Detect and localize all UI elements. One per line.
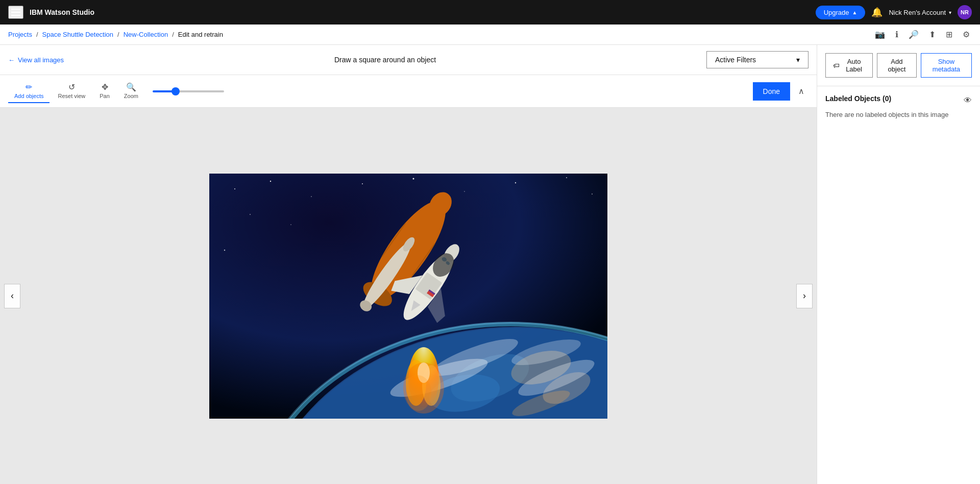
done-button[interactable]: Done (753, 82, 790, 101)
top-nav-left: IBM Watson Studio (8, 6, 94, 19)
shuttle-image (209, 174, 607, 419)
svg-point-6 (464, 191, 465, 192)
view-all-label: View all images (18, 56, 64, 64)
reset-view-tool[interactable]: ↺ Reset view (52, 79, 91, 103)
tools-area: ✏ Add objects ↺ Reset view ✥ Pan 🔍 Zoom (8, 79, 224, 103)
zoom-label: Zoom (124, 93, 138, 99)
add-objects-tool[interactable]: ✏ Add objects (8, 79, 50, 103)
svg-point-1 (234, 188, 235, 189)
add-objects-label: Add objects (14, 93, 43, 99)
zoom-tool[interactable]: 🔍 Zoom (118, 79, 144, 103)
image-header: ← View all images Draw a square around a… (0, 45, 817, 75)
view-all-link[interactable]: ← View all images (8, 56, 64, 64)
zoom-slider-container (153, 90, 224, 92)
svg-point-3 (311, 196, 312, 197)
chevron-down-icon: ▾ (949, 10, 951, 15)
labeled-objects-title: Labeled Objects (0) (825, 94, 891, 103)
upload-icon[interactable]: ⬆ (927, 28, 938, 41)
svg-point-7 (515, 182, 516, 183)
collapse-button[interactable]: ∧ (794, 84, 808, 98)
canvas-area: ‹ (0, 108, 817, 484)
svg-point-10 (250, 214, 251, 215)
breadcrumb-shuttle-detection[interactable]: Space Shuttle Detection (42, 31, 113, 38)
account-selector[interactable]: Nick Ren's Account ▾ (889, 9, 951, 16)
auto-label-icon: 🏷 (833, 62, 840, 69)
active-filters-label: Active Filters (715, 56, 756, 64)
active-filters-button[interactable]: Active Filters ▾ (706, 51, 808, 68)
account-label: Nick Ren's Account (889, 9, 946, 16)
filter-chevron-icon: ▾ (796, 56, 800, 64)
auto-label-button[interactable]: 🏷 Auto Label (825, 53, 873, 78)
app-title: IBM Watson Studio (30, 8, 94, 16)
breadcrumb-new-collection[interactable]: New-Collection (124, 31, 168, 38)
main-layout: ← View all images Draw a square around a… (0, 45, 980, 484)
tool-group: ✏ Add objects ↺ Reset view ✥ Pan 🔍 Zoom (8, 79, 144, 103)
toolbar: ✏ Add objects ↺ Reset view ✥ Pan 🔍 Zoom (0, 75, 817, 108)
search-icon[interactable]: 🔎 (906, 28, 921, 41)
show-metadata-button[interactable]: Show metadata (921, 53, 972, 78)
settings-icon[interactable]: ⚙ (961, 28, 972, 41)
breadcrumb: Projects / Space Shuttle Detection / New… (8, 31, 223, 38)
add-object-button[interactable]: Add object (877, 53, 917, 78)
svg-point-5 (413, 178, 414, 179)
svg-point-11 (290, 224, 291, 225)
breadcrumb-sep-3: / (172, 31, 174, 38)
hamburger-menu[interactable] (8, 6, 23, 19)
top-nav-right: Upgrade ▲ 🔔 Nick Ren's Account ▾ NR (816, 5, 972, 19)
reset-icon: ↺ (68, 82, 75, 92)
prev-image-button[interactable]: ‹ (4, 284, 20, 308)
breadcrumb-sep-2: / (117, 31, 119, 38)
breadcrumb-bar: Projects / Space Shuttle Detection / New… (0, 25, 980, 45)
zoom-slider[interactable] (153, 90, 224, 92)
grid-icon[interactable]: ⊞ (944, 28, 954, 41)
labeled-objects-empty: There are no labeled objects in this ima… (825, 111, 972, 118)
toolbar-right: Done ∧ (753, 82, 808, 101)
next-image-button[interactable]: › (796, 284, 813, 308)
left-panel: ← View all images Draw a square around a… (0, 45, 817, 484)
visibility-icon[interactable]: 👁 (964, 96, 972, 105)
avatar[interactable]: NR (958, 5, 972, 19)
breadcrumb-current: Edit and retrain (178, 31, 223, 38)
right-panel-header: 🏷 Auto Label Add object Show metadata (817, 45, 980, 86)
labeled-section: Labeled Objects (0) 👁 There are no label… (817, 86, 980, 127)
upgrade-button[interactable]: Upgrade ▲ (816, 6, 866, 19)
info-icon[interactable]: ℹ (893, 28, 900, 41)
notifications-icon[interactable]: 🔔 (871, 7, 883, 18)
breadcrumb-sep-1: / (36, 31, 38, 38)
breadcrumb-actions: 📷 ℹ 🔎 ⬆ ⊞ ⚙ (873, 28, 972, 41)
draw-instruction: Draw a square around an object (334, 56, 436, 64)
svg-point-2 (270, 180, 271, 181)
upgrade-icon: ▲ (852, 10, 857, 15)
pan-label: Pan (100, 93, 110, 99)
right-panel: 🏷 Auto Label Add object Show metadata La… (817, 45, 980, 484)
svg-point-9 (592, 193, 593, 195)
auto-label-label: Auto Label (843, 58, 865, 73)
pan-tool[interactable]: ✥ Pan (93, 79, 116, 103)
zoom-icon: 🔍 (126, 82, 136, 92)
svg-point-8 (566, 177, 567, 178)
camera-icon[interactable]: 📷 (873, 28, 887, 41)
upgrade-label: Upgrade (824, 9, 849, 16)
svg-point-49 (406, 375, 431, 411)
pan-icon: ✥ (102, 82, 108, 92)
svg-point-12 (224, 249, 225, 250)
svg-point-4 (362, 183, 363, 184)
back-arrow-icon: ← (8, 56, 15, 64)
top-nav: IBM Watson Studio Upgrade ▲ 🔔 Nick Ren's… (0, 0, 980, 25)
pencil-icon: ✏ (26, 82, 32, 92)
labeled-header: Labeled Objects (0) 👁 (825, 94, 972, 107)
breadcrumb-projects[interactable]: Projects (8, 31, 32, 38)
reset-view-label: Reset view (58, 93, 85, 99)
